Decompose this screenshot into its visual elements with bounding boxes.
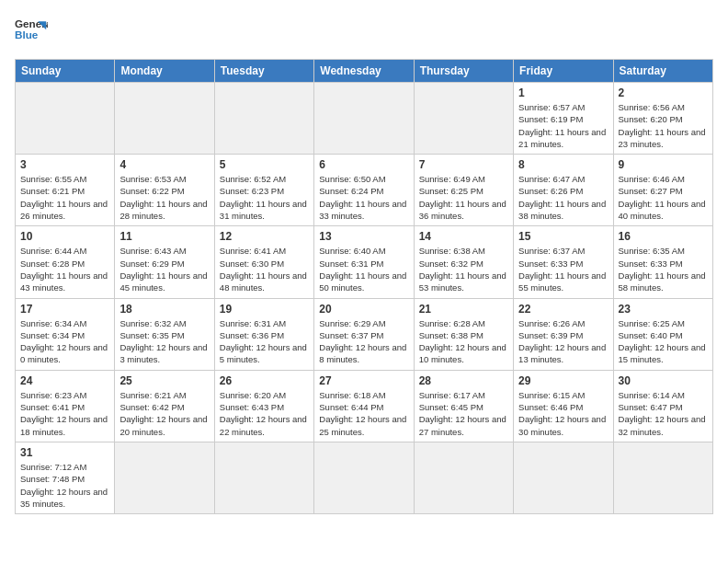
day-info: Sunrise: 6:38 AM Sunset: 6:32 PM Dayligh… [419, 245, 508, 293]
day-number: 28 [419, 374, 508, 387]
day-number: 26 [220, 374, 309, 387]
day-info: Sunrise: 6:47 AM Sunset: 6:26 PM Dayligh… [518, 173, 608, 222]
day-cell: 30Sunrise: 6:14 AM Sunset: 6:47 PM Dayli… [613, 370, 712, 442]
day-number: 19 [220, 303, 309, 316]
week-row-3: 17Sunrise: 6:34 AM Sunset: 6:34 PM Dayli… [16, 298, 713, 370]
day-cell [115, 83, 214, 155]
day-cell: 11Sunrise: 6:43 AM Sunset: 6:29 PM Dayli… [115, 226, 214, 298]
day-info: Sunrise: 6:31 AM Sunset: 6:36 PM Dayligh… [220, 317, 309, 366]
day-cell: 10Sunrise: 6:44 AM Sunset: 6:28 PM Dayli… [16, 226, 115, 298]
day-cell: 17Sunrise: 6:34 AM Sunset: 6:34 PM Dayli… [16, 298, 115, 370]
day-cell [16, 83, 115, 155]
day-number: 12 [220, 230, 309, 243]
day-number: 5 [220, 158, 309, 171]
svg-text:Blue: Blue [15, 29, 39, 40]
day-cell: 14Sunrise: 6:38 AM Sunset: 6:32 PM Dayli… [414, 226, 513, 298]
day-cell [314, 442, 414, 513]
day-cell: 21Sunrise: 6:28 AM Sunset: 6:38 PM Dayli… [414, 298, 513, 370]
day-number: 1 [518, 86, 608, 99]
day-number: 10 [20, 230, 109, 243]
day-header-friday: Friday [514, 60, 613, 83]
day-number: 11 [119, 230, 209, 243]
week-row-0: 1Sunrise: 6:57 AM Sunset: 6:19 PM Daylig… [16, 83, 713, 155]
day-cell: 25Sunrise: 6:21 AM Sunset: 6:42 PM Dayli… [115, 370, 214, 442]
day-info: Sunrise: 6:32 AM Sunset: 6:35 PM Dayligh… [119, 317, 209, 366]
day-number: 3 [20, 158, 109, 171]
day-cell: 29Sunrise: 6:15 AM Sunset: 6:46 PM Dayli… [514, 370, 613, 442]
day-info: Sunrise: 6:37 AM Sunset: 6:33 PM Dayligh… [518, 245, 608, 293]
day-info: Sunrise: 6:46 AM Sunset: 6:27 PM Dayligh… [619, 173, 708, 222]
day-header-wednesday: Wednesday [314, 60, 414, 83]
day-cell: 6Sunrise: 6:50 AM Sunset: 6:24 PM Daylig… [314, 155, 414, 226]
day-cell [514, 442, 613, 513]
day-number: 4 [119, 158, 209, 171]
day-cell: 27Sunrise: 6:18 AM Sunset: 6:44 PM Dayli… [314, 370, 414, 442]
day-cell: 1Sunrise: 6:57 AM Sunset: 6:19 PM Daylig… [514, 83, 613, 155]
day-number: 23 [619, 303, 708, 316]
day-cell [214, 442, 313, 513]
day-cell [115, 442, 214, 513]
day-cell [414, 442, 513, 513]
calendar-table: SundayMondayTuesdayWednesdayThursdayFrid… [15, 59, 713, 514]
day-info: Sunrise: 7:12 AM Sunset: 7:48 PM Dayligh… [20, 461, 109, 510]
day-number: 18 [119, 303, 209, 316]
day-info: Sunrise: 6:15 AM Sunset: 6:46 PM Dayligh… [518, 389, 608, 438]
day-cell: 24Sunrise: 6:23 AM Sunset: 6:41 PM Dayli… [16, 370, 115, 442]
day-number: 15 [518, 230, 608, 243]
day-number: 16 [619, 230, 708, 243]
day-cell: 15Sunrise: 6:37 AM Sunset: 6:33 PM Dayli… [514, 226, 613, 298]
day-info: Sunrise: 6:29 AM Sunset: 6:37 PM Dayligh… [319, 317, 408, 366]
day-number: 6 [319, 158, 408, 171]
day-cell: 5Sunrise: 6:52 AM Sunset: 6:23 PM Daylig… [214, 155, 313, 226]
day-cell: 4Sunrise: 6:53 AM Sunset: 6:22 PM Daylig… [115, 155, 214, 226]
day-cell [214, 83, 313, 155]
day-info: Sunrise: 6:34 AM Sunset: 6:34 PM Dayligh… [20, 317, 109, 366]
day-number: 2 [619, 86, 708, 99]
day-info: Sunrise: 6:50 AM Sunset: 6:24 PM Dayligh… [319, 173, 408, 222]
calendar-header: SundayMondayTuesdayWednesdayThursdayFrid… [16, 60, 713, 83]
day-number: 29 [518, 374, 608, 387]
day-info: Sunrise: 6:43 AM Sunset: 6:29 PM Dayligh… [119, 245, 209, 293]
day-info: Sunrise: 6:26 AM Sunset: 6:39 PM Dayligh… [518, 317, 608, 366]
day-number: 9 [619, 158, 708, 171]
day-info: Sunrise: 6:55 AM Sunset: 6:21 PM Dayligh… [20, 173, 109, 222]
day-cell: 23Sunrise: 6:25 AM Sunset: 6:40 PM Dayli… [613, 298, 712, 370]
day-cell: 26Sunrise: 6:20 AM Sunset: 6:43 PM Dayli… [214, 370, 313, 442]
logo-icon: General Blue [15, 15, 48, 48]
day-info: Sunrise: 6:20 AM Sunset: 6:43 PM Dayligh… [220, 389, 309, 438]
day-number: 17 [20, 303, 109, 316]
week-row-1: 3Sunrise: 6:55 AM Sunset: 6:21 PM Daylig… [16, 155, 713, 226]
day-number: 20 [319, 303, 408, 316]
day-cell: 12Sunrise: 6:41 AM Sunset: 6:30 PM Dayli… [214, 226, 313, 298]
day-cell: 9Sunrise: 6:46 AM Sunset: 6:27 PM Daylig… [613, 155, 712, 226]
day-info: Sunrise: 6:40 AM Sunset: 6:31 PM Dayligh… [319, 245, 408, 293]
day-cell [613, 442, 712, 513]
day-info: Sunrise: 6:18 AM Sunset: 6:44 PM Dayligh… [319, 389, 408, 438]
day-cell: 20Sunrise: 6:29 AM Sunset: 6:37 PM Dayli… [314, 298, 414, 370]
day-info: Sunrise: 6:28 AM Sunset: 6:38 PM Dayligh… [419, 317, 508, 366]
day-cell [314, 83, 414, 155]
day-info: Sunrise: 6:21 AM Sunset: 6:42 PM Dayligh… [119, 389, 209, 438]
day-number: 22 [518, 303, 608, 316]
day-cell: 16Sunrise: 6:35 AM Sunset: 6:33 PM Dayli… [613, 226, 712, 298]
day-number: 30 [619, 374, 708, 387]
day-number: 7 [419, 158, 508, 171]
day-info: Sunrise: 6:14 AM Sunset: 6:47 PM Dayligh… [619, 389, 708, 438]
page-header: General Blue [15, 15, 713, 48]
day-number: 31 [20, 446, 109, 459]
day-info: Sunrise: 6:23 AM Sunset: 6:41 PM Dayligh… [20, 389, 109, 438]
day-header-thursday: Thursday [414, 60, 513, 83]
day-info: Sunrise: 6:17 AM Sunset: 6:45 PM Dayligh… [419, 389, 508, 438]
day-info: Sunrise: 6:57 AM Sunset: 6:19 PM Dayligh… [518, 101, 608, 150]
day-header-tuesday: Tuesday [214, 60, 313, 83]
day-info: Sunrise: 6:52 AM Sunset: 6:23 PM Dayligh… [220, 173, 309, 222]
day-info: Sunrise: 6:56 AM Sunset: 6:20 PM Dayligh… [619, 101, 708, 150]
week-row-5: 31Sunrise: 7:12 AM Sunset: 7:48 PM Dayli… [16, 442, 713, 513]
day-number: 25 [119, 374, 209, 387]
day-number: 13 [319, 230, 408, 243]
day-number: 21 [419, 303, 508, 316]
day-cell: 18Sunrise: 6:32 AM Sunset: 6:35 PM Dayli… [115, 298, 214, 370]
day-cell [414, 83, 513, 155]
day-number: 24 [20, 374, 109, 387]
day-info: Sunrise: 6:25 AM Sunset: 6:40 PM Dayligh… [619, 317, 708, 366]
